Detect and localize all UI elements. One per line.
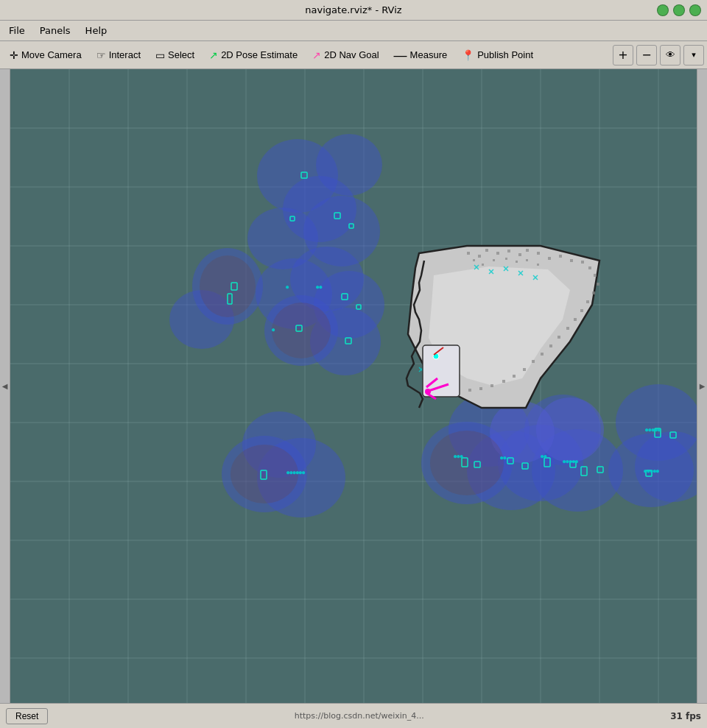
tool-nav-goal[interactable]: ↗ 2D Nav Goal	[306, 44, 385, 66]
reset-button[interactable]: Reset	[6, 708, 48, 724]
svg-point-51	[430, 431, 504, 495]
svg-rect-56	[485, 249, 488, 252]
svg-text:●●●: ●●●	[454, 453, 463, 459]
publish-point-icon: 📍	[462, 49, 474, 61]
svg-rect-77	[532, 360, 535, 363]
window-btn-3[interactable]	[689, 4, 701, 16]
pose-estimate-icon: ↗	[209, 49, 218, 61]
toolbar: ✛ Move Camera ☞ Interact ▭ Select ↗ 2D P…	[0, 41, 707, 69]
window-title: navigate.rviz* - RViz	[305, 4, 401, 15]
svg-rect-66	[588, 266, 591, 269]
tool-interact-label: Interact	[109, 49, 141, 60]
measure-icon: —	[394, 49, 407, 62]
svg-rect-80	[502, 380, 505, 383]
svg-text:●●: ●●	[541, 453, 547, 459]
menu-help[interactable]: Help	[80, 23, 113, 38]
svg-rect-69	[592, 291, 595, 294]
svg-rect-85	[482, 264, 484, 266]
menu-file[interactable]: File	[3, 23, 31, 38]
svg-rect-88	[516, 261, 518, 263]
svg-rect-79	[513, 375, 516, 378]
svg-rect-78	[523, 368, 526, 371]
url-display: https://blog.csdn.net/weixin_4...	[295, 711, 424, 721]
svg-rect-70	[586, 300, 589, 303]
svg-rect-74	[557, 336, 560, 339]
tool-nav-goal-label: 2D Nav Goal	[324, 49, 379, 60]
svg-rect-87	[505, 258, 507, 260]
svg-rect-62	[548, 257, 551, 260]
svg-rect-65	[581, 261, 584, 264]
toolbar-plus-btn[interactable]: +	[613, 45, 633, 66]
tool-publish-point[interactable]: 📍 Publish Point	[455, 44, 540, 66]
svg-rect-60	[526, 249, 529, 252]
menu-panels[interactable]: Panels	[34, 23, 77, 38]
svg-point-131	[425, 389, 431, 395]
left-panel-handle[interactable]: ◀	[0, 69, 10, 703]
main-area: ◀	[0, 69, 707, 703]
svg-text:●●: ●●	[316, 284, 323, 290]
svg-rect-71	[580, 309, 583, 312]
move-camera-icon: ✛	[10, 49, 18, 61]
svg-rect-84	[473, 259, 475, 261]
toolbar-minus-btn[interactable]: −	[636, 45, 657, 66]
svg-rect-81	[490, 384, 493, 387]
svg-rect-83	[468, 389, 471, 392]
svg-text:●●●●●: ●●●●●	[645, 427, 661, 433]
interact-icon: ☞	[96, 49, 106, 61]
tool-publish-point-label: Publish Point	[477, 49, 533, 60]
tool-interact[interactable]: ☞ Interact	[90, 44, 147, 66]
toolbar-dropdown-btn[interactable]: ▾	[683, 45, 704, 66]
tool-select-label: Select	[168, 49, 194, 60]
svg-rect-90	[537, 264, 539, 266]
svg-rect-72	[574, 318, 577, 321]
toolbar-eye-btn[interactable]: 👁	[660, 45, 680, 66]
window-btn-1[interactable]	[657, 4, 669, 16]
svg-point-49	[272, 303, 331, 358]
svg-rect-64	[570, 259, 573, 262]
viewport-3d[interactable]: ● ●● ● ●●●●●● ●●● ●● ●● ●●●●● ●●●●● ●●●●…	[10, 69, 697, 703]
svg-rect-75	[549, 344, 552, 347]
svg-rect-63	[559, 255, 562, 258]
svg-rect-89	[526, 259, 528, 261]
svg-rect-73	[566, 327, 569, 330]
svg-point-48	[200, 255, 256, 317]
tool-move-camera[interactable]: ✛ Move Camera	[3, 44, 88, 66]
svg-text:●●: ●●	[500, 455, 507, 461]
svg-rect-68	[597, 283, 599, 286]
svg-rect-61	[537, 252, 540, 255]
right-panel-handle[interactable]: ▶	[697, 69, 707, 703]
status-bar: Reset https://blog.csdn.net/weixin_4... …	[0, 703, 707, 728]
left-handle-icon: ◀	[2, 382, 8, 390]
tool-measure[interactable]: — Measure	[387, 44, 454, 66]
svg-rect-67	[594, 274, 597, 277]
tool-move-camera-label: Move Camera	[21, 49, 82, 60]
svg-rect-58	[507, 250, 510, 252]
svg-rect-54	[467, 252, 470, 255]
svg-rect-82	[479, 387, 482, 390]
svg-rect-57	[496, 252, 499, 255]
svg-rect-55	[478, 255, 481, 258]
svg-rect-59	[518, 253, 521, 256]
tool-pose-estimate-label: 2D Pose Estimate	[221, 49, 298, 60]
select-icon: ▭	[155, 49, 165, 61]
window-btn-2[interactable]	[673, 4, 685, 16]
svg-rect-76	[541, 353, 544, 356]
nav-goal-icon: ↗	[312, 49, 321, 61]
fps-display: 31 fps	[670, 711, 701, 721]
tool-select[interactable]: ▭ Select	[149, 44, 201, 66]
svg-rect-86	[493, 259, 495, 261]
svg-text:●●●●●●: ●●●●●●	[286, 470, 306, 476]
grid-canvas: ● ●● ● ●●●●●● ●●● ●● ●● ●●●●● ●●●●● ●●●●…	[10, 69, 697, 703]
tool-pose-estimate[interactable]: ↗ 2D Pose Estimate	[203, 44, 304, 66]
right-handle-icon: ▶	[700, 382, 706, 390]
window-controls	[657, 4, 701, 16]
title-bar: navigate.rviz* - RViz	[0, 0, 707, 21]
tool-measure-label: Measure	[410, 49, 448, 60]
toolbar-right: + − 👁 ▾	[613, 45, 704, 66]
menu-bar: File Panels Help	[0, 21, 707, 41]
svg-text:●●●●●: ●●●●●	[644, 468, 660, 474]
svg-text:●●●●●: ●●●●●	[563, 459, 579, 464]
